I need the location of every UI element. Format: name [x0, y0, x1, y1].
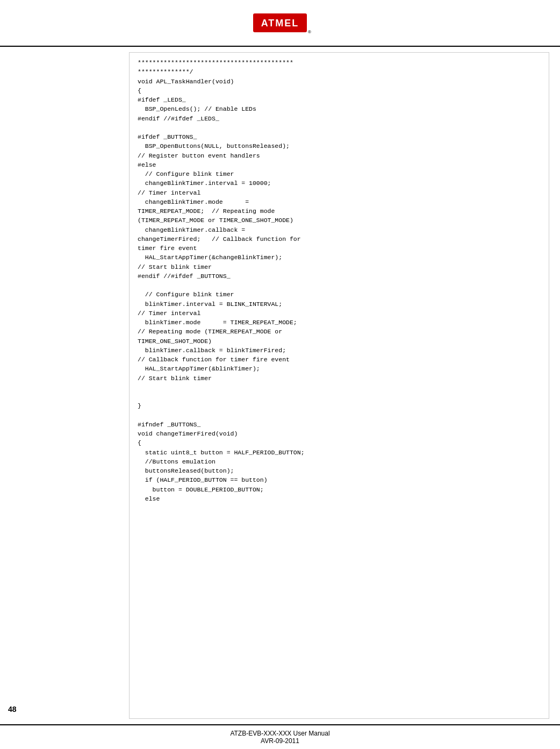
page-container: ATMEL ® 48 *****************************…	[0, 0, 560, 749]
left-sidebar: 48	[0, 47, 129, 724]
footer-version: AVR-09-2011	[261, 737, 299, 745]
page-header: ATMEL ®	[0, 0, 560, 47]
code-block: ****************************************…	[129, 52, 549, 719]
footer-inner: ATZB-EVB-XXX-XXX User Manual AVR-09-2011	[11, 730, 549, 745]
svg-text:ATMEL: ATMEL	[261, 18, 299, 28]
page-number: 48	[8, 705, 121, 719]
atmel-logo: ATMEL ®	[248, 11, 312, 40]
code-content: ****************************************…	[138, 59, 305, 502]
page-footer: ATZB-EVB-XXX-XXX User Manual AVR-09-2011	[0, 724, 560, 749]
svg-text:®: ®	[308, 30, 311, 34]
logo-container: ATMEL ®	[248, 11, 312, 40]
main-content: 48 *************************************…	[0, 47, 560, 724]
footer-title: ATZB-EVB-XXX-XXX User Manual	[230, 730, 329, 737]
